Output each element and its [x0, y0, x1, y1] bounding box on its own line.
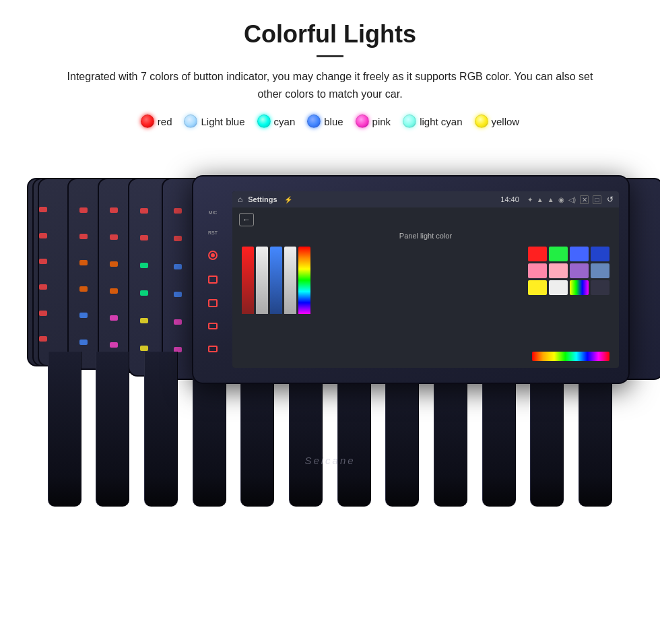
wifi-icon: ▲: [537, 196, 543, 203]
description: Integrated with 7 colors of button indic…: [54, 68, 606, 102]
notch-1: [67, 143, 87, 176]
title-divider: [317, 55, 343, 57]
device-stack: MIC RST ⌂ Settings ⚡ 14:40 ✦: [27, 143, 633, 507]
bar-rainbow: [298, 247, 310, 314]
color-dot-red: [141, 115, 154, 128]
color-dot-lightblue: [184, 115, 197, 128]
ctrl-btn-7-5: [39, 311, 47, 316]
color-item-blue: blue: [307, 115, 343, 128]
status-bar: ⌂ Settings ⚡ 14:40 ✦ ▲ ▲ ◉ ◁) ✕ □ ↺: [232, 191, 619, 207]
ctrl-btn-3-2: [110, 234, 118, 240]
ctrl-btn-4-2: [79, 234, 88, 239]
notch-8: [389, 143, 409, 176]
page-container: Colorful Lights Integrated with 7 colors…: [0, 0, 660, 644]
sw-darkblue: [591, 247, 609, 261]
nav-back-icon: ↺: [607, 195, 614, 204]
color-label-yellow: yellow: [492, 116, 520, 127]
ctrl-btn-7-3: [39, 259, 47, 264]
window-icon: □: [593, 195, 601, 204]
main-ctrl-mic: MIC: [209, 210, 218, 215]
color-label-lightblue: Light blue: [201, 116, 244, 127]
settings-title: Settings: [248, 195, 277, 203]
ctrl-strip-4: [73, 190, 94, 362]
vol-icon: ◁): [568, 196, 576, 203]
page-title: Colorful Lights: [244, 20, 416, 49]
sw-white: [549, 280, 568, 295]
watermark: Seicane: [304, 455, 355, 466]
color-dot-lightcyan: [403, 115, 416, 128]
ctrl-btn-2-2: [140, 235, 148, 240]
notch-10: [481, 143, 501, 176]
close-icon: ✕: [580, 195, 589, 204]
main-ctrl-power: [208, 251, 218, 260]
color-label-blue: blue: [324, 116, 343, 127]
ctrl-btn-3-3: [110, 261, 118, 267]
key-3: [144, 352, 178, 507]
color-label-lightcyan: light cyan: [420, 116, 462, 127]
ctrl-btn-7-2: [39, 233, 47, 238]
ctrl-strip-7: [32, 190, 54, 358]
notch-3: [159, 143, 179, 176]
main-screen: ⌂ Settings ⚡ 14:40 ✦ ▲ ▲ ◉ ◁) ✕ □ ↺ ←: [232, 191, 619, 368]
color-dot-pink: [356, 115, 369, 128]
color-label-cyan: cyan: [274, 116, 296, 127]
back-arrow[interactable]: ←: [239, 213, 254, 226]
sw-dark: [591, 280, 609, 295]
notch-11: [527, 143, 547, 176]
notch-9: [435, 143, 455, 176]
color-dot-yellow: [475, 115, 488, 128]
sw-lightpink: [549, 263, 568, 278]
sw-yellow: [528, 280, 547, 295]
ctrl-btn-1-4: [174, 292, 182, 297]
color-row: red Light blue cyan blue pink light cyan: [141, 115, 519, 128]
main-ctrl-home: [208, 276, 218, 284]
ctrl-btn-2-4: [140, 290, 148, 296]
ctrl-btn-2-1: [140, 208, 148, 214]
ctrl-btn-4-3: [79, 260, 88, 265]
bar-white: [256, 247, 268, 314]
ctrl-strip-2: [133, 190, 155, 368]
ctrl-strip-1: [167, 190, 189, 371]
sw-green: [549, 247, 568, 261]
ctrl-btn-1-2: [174, 236, 182, 241]
bar-blue: [270, 247, 282, 314]
main-ctrl-vol-dn: [208, 346, 218, 352]
color-item-red: red: [141, 115, 172, 128]
home-icon: ⌂: [238, 195, 242, 204]
ctrl-btn-3-5: [110, 315, 118, 321]
ctrl-btn-3-4: [110, 288, 118, 294]
main-ctrl-rst: RST: [208, 230, 218, 235]
ctrl-btn-1-3: [174, 264, 182, 269]
camera-icon: ◉: [558, 196, 564, 203]
notch-12: [573, 143, 593, 176]
rainbow-bar: [532, 352, 609, 361]
ctrl-btn-4-5: [79, 313, 88, 318]
sw-rainbow-small: [570, 280, 589, 295]
usb-icon: ⚡: [284, 196, 292, 203]
screen-content: ← Panel light color: [232, 207, 619, 368]
ctrl-btn-7-4: [39, 284, 47, 290]
notch-2: [112, 143, 133, 176]
ctrl-btn-2-5: [140, 318, 148, 323]
ctrl-btn-4-1: [79, 207, 88, 213]
ctrl-btn-2-6: [140, 346, 148, 351]
color-label-red: red: [158, 116, 172, 127]
sw-blue: [570, 247, 589, 261]
ctrl-btn-2-3: [140, 263, 148, 268]
ctrl-btn-7-6: [39, 336, 47, 342]
notch-7: [343, 143, 363, 176]
ctrl-btn-3-6: [110, 342, 118, 348]
sw-red: [528, 247, 547, 261]
bar-red: [242, 247, 254, 314]
main-ctrl-strip: MIC RST: [200, 197, 226, 365]
color-swatches: [528, 247, 609, 295]
notch-5: [251, 143, 271, 176]
key-2: [96, 352, 129, 507]
sw-purple: [570, 263, 589, 278]
panel-light-label: Panel light color: [399, 232, 452, 240]
signal-icon: ▲: [548, 196, 554, 203]
ctrl-btn-4-4: [79, 286, 88, 292]
ctrl-strip-3: [103, 190, 125, 365]
color-bars: [242, 247, 310, 314]
bar-white2: [284, 247, 296, 314]
